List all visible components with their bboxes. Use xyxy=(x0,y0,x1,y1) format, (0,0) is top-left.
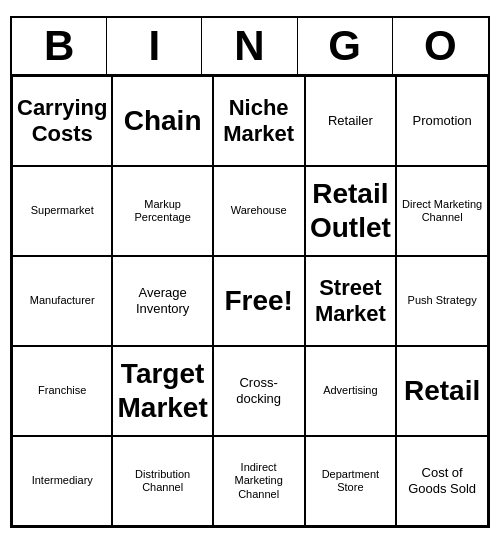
bingo-cell[interactable]: Retailer xyxy=(305,76,397,166)
bingo-cell[interactable]: Promotion xyxy=(396,76,488,166)
bingo-cell[interactable]: Chain xyxy=(112,76,212,166)
bingo-cell[interactable]: Markup Percentage xyxy=(112,166,212,256)
bingo-cell[interactable]: Indirect Marketing Channel xyxy=(213,436,305,526)
bingo-cell[interactable]: Warehouse xyxy=(213,166,305,256)
bingo-cell[interactable]: Intermediary xyxy=(12,436,112,526)
bingo-cell[interactable]: Manufacturer xyxy=(12,256,112,346)
bingo-cell[interactable]: Direct Marketing Channel xyxy=(396,166,488,256)
bingo-grid: Carrying CostsChainNiche MarketRetailerP… xyxy=(12,76,488,526)
bingo-cell[interactable]: Advertising xyxy=(305,346,397,436)
header-letter: N xyxy=(202,18,297,74)
bingo-cell[interactable]: Retail Outlet xyxy=(305,166,397,256)
header-letter: B xyxy=(12,18,107,74)
bingo-cell[interactable]: Average Inventory xyxy=(112,256,212,346)
bingo-cell[interactable]: Department Store xyxy=(305,436,397,526)
header-letter: O xyxy=(393,18,488,74)
bingo-cell[interactable]: Cost of Goods Sold xyxy=(396,436,488,526)
bingo-card: BINGO Carrying CostsChainNiche MarketRet… xyxy=(10,16,490,528)
bingo-cell[interactable]: Cross-docking xyxy=(213,346,305,436)
bingo-cell[interactable]: Target Market xyxy=(112,346,212,436)
bingo-cell[interactable]: Distribution Channel xyxy=(112,436,212,526)
bingo-cell[interactable]: Push Strategy xyxy=(396,256,488,346)
bingo-cell[interactable]: Supermarket xyxy=(12,166,112,256)
header-letter: I xyxy=(107,18,202,74)
bingo-cell[interactable]: Carrying Costs xyxy=(12,76,112,166)
bingo-cell[interactable]: Niche Market xyxy=(213,76,305,166)
bingo-cell[interactable]: Retail xyxy=(396,346,488,436)
bingo-cell[interactable]: Franchise xyxy=(12,346,112,436)
bingo-cell[interactable]: Free! xyxy=(213,256,305,346)
header-letter: G xyxy=(298,18,393,74)
bingo-cell[interactable]: Street Market xyxy=(305,256,397,346)
bingo-header: BINGO xyxy=(12,18,488,76)
